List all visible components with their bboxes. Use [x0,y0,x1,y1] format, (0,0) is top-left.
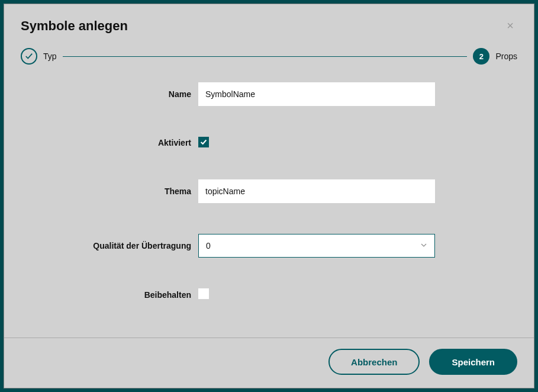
activated-checkbox[interactable] [198,137,209,147]
checkmark-icon [25,52,33,60]
topic-label: Thema [21,187,198,196]
form-row-topic: Thema [21,179,517,203]
topic-input[interactable] [198,179,435,203]
modal-title: Symbole anlegen [21,18,128,34]
form-row-retain: Beibehalten [21,288,517,301]
create-symbols-modal: Symbole anlegen × Typ 2 Props Name Aktiv… [4,4,534,388]
form-row-activated: Aktiviert [21,137,517,149]
modal-footer: Abbrechen Speichern [4,338,534,388]
qos-label: Qualität der Übertragung [21,241,198,250]
chevron-down-icon [420,240,427,251]
checkmark-icon [199,138,208,146]
wizard-stepper: Typ 2 Props [4,46,534,82]
qos-selected-value: 0 [206,241,420,250]
close-icon[interactable]: × [503,18,517,33]
step-2-circle[interactable]: 2 [473,48,489,65]
cancel-button[interactable]: Abbrechen [328,349,420,375]
retain-checkbox[interactable] [198,288,209,299]
modal-header: Symbole anlegen × [4,4,534,46]
step-1-circle[interactable] [21,48,37,65]
form-row-qos: Qualität der Übertragung 0 [21,234,517,258]
form-body: Name Aktiviert Thema Qualität der Üb [4,82,534,338]
save-button[interactable]: Speichern [429,349,517,375]
qos-select[interactable]: 0 [198,234,435,258]
step-1-label: Typ [43,52,57,61]
stepper-connector [63,56,468,57]
form-row-name: Name [21,82,517,106]
retain-label: Beibehalten [21,290,198,300]
name-label: Name [21,89,198,99]
step-2-label: Props [495,52,517,61]
name-input[interactable] [198,82,435,106]
activated-label: Aktiviert [21,138,198,147]
